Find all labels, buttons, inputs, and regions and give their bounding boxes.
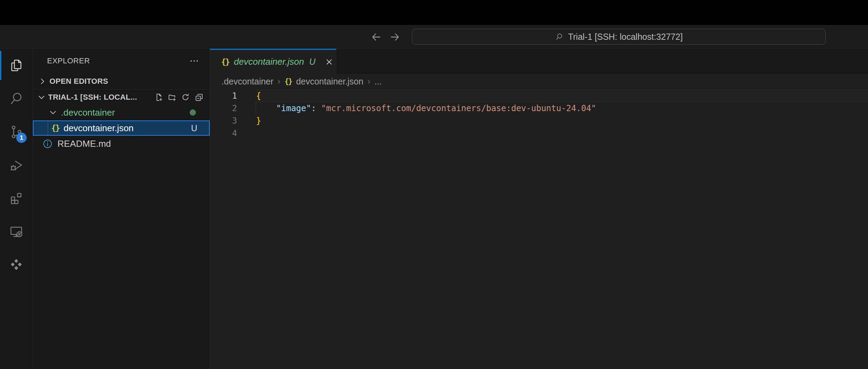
chevron-down-icon xyxy=(37,93,46,102)
ellipsis-icon xyxy=(189,56,199,66)
activity-item-remote-explorer[interactable] xyxy=(0,215,33,248)
breadcrumb-separator-icon: › xyxy=(278,76,280,86)
tree-indent-guide xyxy=(48,121,48,135)
collapse-folders-button[interactable] xyxy=(194,92,204,102)
vscode-window: Trial-1 [SSH: localhost:32772] 1 xyxy=(0,0,868,369)
new-file-icon xyxy=(154,92,163,102)
activity-item-source-control[interactable]: 1 xyxy=(0,115,33,148)
open-editors-section[interactable]: OPEN EDITORS xyxy=(33,73,210,89)
breadcrumb-separator-icon: › xyxy=(368,76,370,86)
search-icon xyxy=(555,32,564,41)
workspace-section-header[interactable]: TRIAL-1 [SSH: LOCAL... xyxy=(33,89,210,105)
files-icon xyxy=(8,57,24,73)
json-file-icon: {} xyxy=(221,57,229,66)
code-line-1[interactable]: 1 { xyxy=(210,90,868,102)
info-icon xyxy=(42,138,53,149)
new-folder-icon xyxy=(167,92,177,102)
refresh-explorer-button[interactable] xyxy=(180,92,191,102)
refresh-icon xyxy=(181,92,190,102)
diamond-grid-icon xyxy=(8,257,24,273)
line-number[interactable]: 1 xyxy=(210,90,237,102)
source-control-badge: 1 xyxy=(16,133,27,143)
activity-item-search[interactable] xyxy=(0,82,33,115)
activity-item-extensions[interactable] xyxy=(0,182,33,215)
breadcrumb-item-symbol[interactable]: ... xyxy=(374,76,382,87)
sidebar-pane-header: EXPLORER xyxy=(33,49,210,73)
workspace-label: TRIAL-1 [SSH: LOCAL... xyxy=(48,93,137,102)
run-debug-icon xyxy=(8,157,24,173)
git-untracked-badge: U xyxy=(191,123,197,133)
open-editors-label: OPEN EDITORS xyxy=(49,77,108,86)
chevron-right-icon xyxy=(38,77,47,86)
activity-item-explorer[interactable] xyxy=(0,49,33,82)
line-number[interactable]: 4 xyxy=(210,127,237,140)
json-file-icon: {} xyxy=(51,124,60,133)
code-token: : xyxy=(311,104,321,113)
tab-git-badge: U xyxy=(309,57,316,67)
command-center-search[interactable]: Trial-1 [SSH: localhost:32772] xyxy=(412,29,826,45)
tree-item-readme[interactable]: README.md xyxy=(33,136,210,152)
file-name: README.md xyxy=(57,138,111,149)
top-black-strip xyxy=(0,0,868,25)
nav-back-button[interactable] xyxy=(369,30,383,44)
code-token: "mcr.microsoft.com/devcontainers/base:de… xyxy=(321,104,596,113)
nav-forward-button[interactable] xyxy=(388,30,402,44)
collapse-all-icon xyxy=(194,92,204,102)
code-editor[interactable]: 1 { 2 "image": "mcr.microsoft.com/devcon… xyxy=(210,89,868,369)
git-modified-dot xyxy=(190,109,196,116)
line-number[interactable]: 3 xyxy=(210,115,237,127)
close-icon xyxy=(324,57,334,67)
search-icon xyxy=(8,91,24,107)
code-line-4[interactable]: 4 xyxy=(210,127,868,140)
titlebar: Trial-1 [SSH: localhost:32772] xyxy=(0,25,868,49)
file-name: devcontainer.json xyxy=(64,123,134,134)
extensions-icon xyxy=(8,190,24,206)
explorer-actions xyxy=(153,92,210,102)
activity-item-run-debug[interactable] xyxy=(0,148,33,182)
code-token xyxy=(256,104,276,113)
explorer-more-actions-button[interactable] xyxy=(189,56,199,66)
tab-strip: {} devcontainer.json U xyxy=(210,49,868,74)
code-line-2[interactable]: 2 "image": "mcr.microsoft.com/devcontain… xyxy=(210,102,868,115)
tab-label: devcontainer.json xyxy=(234,56,304,67)
line-number[interactable]: 2 xyxy=(210,102,237,115)
code-token: "image" xyxy=(276,104,311,113)
activity-item-azure[interactable] xyxy=(0,248,33,281)
editor-group: {} devcontainer.json U .devcontainer › {… xyxy=(210,49,868,369)
tab-close-button[interactable] xyxy=(323,56,335,68)
activity-bar: 1 xyxy=(0,49,33,369)
new-folder-button[interactable] xyxy=(167,92,177,102)
tree-item-devcontainer-json[interactable]: {} devcontainer.json U xyxy=(33,120,210,136)
breadcrumb-item-file[interactable]: devcontainer.json xyxy=(296,76,363,87)
breadcrumb-item-folder[interactable]: .devcontainer xyxy=(221,76,273,87)
tree-item-devcontainer-folder[interactable]: .devcontainer xyxy=(33,105,210,120)
command-center-label: Trial-1 [SSH: localhost:32772] xyxy=(568,32,682,42)
tab-devcontainer-json[interactable]: {} devcontainer.json U xyxy=(210,49,336,74)
explorer-sidebar: EXPLORER OPEN EDITORS TRIAL-1 [SSH: LOCA… xyxy=(33,49,210,369)
code-token: } xyxy=(256,116,261,126)
sidebar-title: EXPLORER xyxy=(47,56,90,65)
new-file-button[interactable] xyxy=(153,92,164,102)
json-file-icon: {} xyxy=(284,77,292,86)
arrow-right-icon xyxy=(389,31,401,43)
breadcrumb: .devcontainer › {} devcontainer.json › .… xyxy=(210,74,868,89)
code-token: { xyxy=(256,91,261,101)
arrow-left-icon xyxy=(370,31,382,43)
remote-explorer-icon xyxy=(8,224,24,240)
chevron-down-icon xyxy=(48,108,57,117)
folder-name: .devcontainer xyxy=(61,107,115,118)
code-line-3[interactable]: 3 } xyxy=(210,115,868,127)
